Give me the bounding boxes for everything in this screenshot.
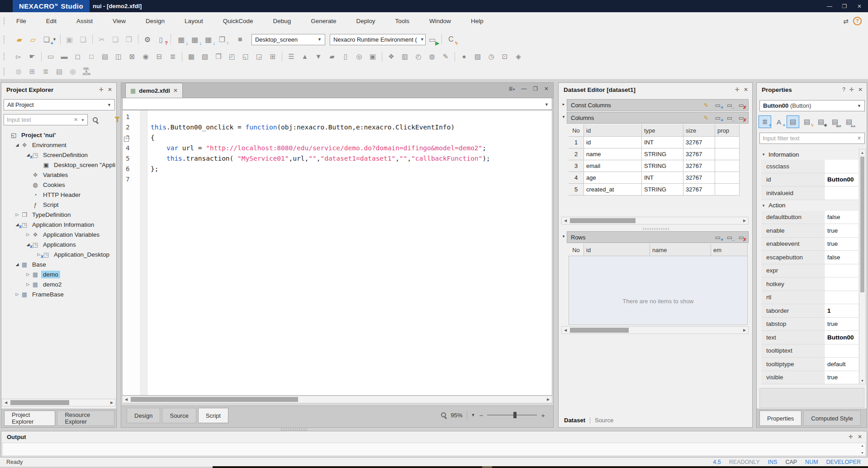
scroll-right-icon[interactable]: ▶: [741, 217, 748, 224]
horizontal-scrollbar[interactable]: ◀ ▶: [122, 396, 552, 403]
property-view-icon[interactable]: ▤: [787, 115, 799, 128]
add-row-icon[interactable]: ▭+: [714, 234, 722, 241]
spin-icon[interactable]: ⊟: [154, 51, 165, 62]
import-module-button[interactable]: ▦↓: [189, 33, 201, 45]
runtime-combo[interactable]: Nexacro Runtime Environment (▼: [330, 34, 426, 45]
menu-edit[interactable]: Edit: [45, 18, 57, 24]
menu-view[interactable]: View: [112, 18, 127, 24]
insert-row-icon[interactable]: ▭→: [726, 101, 734, 109]
grid-cell[interactable]: [715, 148, 740, 160]
zoom-level[interactable]: 95%: [451, 412, 463, 419]
clear-search-icon[interactable]: ✕: [74, 117, 78, 123]
property-value[interactable]: [824, 277, 859, 291]
zoom-in-icon[interactable]: +: [541, 411, 545, 419]
grid-cell[interactable]: 1: [569, 137, 584, 148]
webbrowser-icon[interactable]: ◍: [427, 51, 437, 62]
fileupload-icon[interactable]: ▲: [299, 51, 310, 62]
screen-type-combo[interactable]: Desktop_screen▼: [251, 34, 325, 45]
delete-row-icon[interactable]: ▭✗: [737, 101, 745, 109]
property-value[interactable]: false: [824, 251, 859, 264]
expander-closed-icon[interactable]: ▷: [25, 282, 31, 287]
tree-item-cookies[interactable]: ◍Cookies: [1, 180, 115, 190]
grid-cell[interactable]: STRING: [642, 184, 683, 196]
maximize-icon[interactable]: ❐: [838, 0, 851, 12]
layout-switch-icon[interactable]: ⇄: [843, 18, 849, 25]
scroll-left-icon[interactable]: ◀: [562, 217, 569, 224]
sketch-icon[interactable]: ✎: [440, 51, 451, 62]
tree-item-base[interactable]: ◢▦Base: [1, 259, 115, 269]
search-icon[interactable]: [92, 117, 99, 123]
add-row-icon[interactable]: ▭+: [714, 114, 722, 121]
scroll-up-icon[interactable]: ▲: [859, 149, 865, 156]
data-source-icon[interactable]: ≣: [40, 66, 51, 77]
tab-script[interactable]: Script: [198, 408, 228, 423]
zoom-dropdown-icon[interactable]: ▼: [471, 413, 475, 417]
menubar-icon[interactable]: ☰: [286, 51, 297, 62]
stop-button[interactable]: ■: [234, 33, 246, 45]
vertical-scrollbar[interactable]: ▲ ▼: [859, 149, 866, 384]
scroll-right-icon[interactable]: ▶: [741, 327, 748, 334]
toolbar-grip[interactable]: [3, 67, 5, 76]
popupdiv-icon[interactable]: ◲: [254, 51, 265, 62]
expander-closed-icon[interactable]: ▷: [25, 232, 31, 237]
div-icon[interactable]: ◱: [240, 51, 251, 62]
open-project-button[interactable]: ▰: [14, 33, 25, 45]
paste-button[interactable]: ❐: [123, 33, 135, 45]
tree-item-desktop-screen-applicati[interactable]: ▣Desktop_screen "Applicati: [1, 160, 115, 170]
new-file-button[interactable]: ❏+: [41, 33, 52, 45]
camera-icon[interactable]: ●: [459, 51, 470, 62]
key-edit-icon[interactable]: ✎: [702, 114, 710, 121]
radio-icon[interactable]: ◉: [140, 51, 151, 62]
select-arrow-icon[interactable]: ▻: [13, 51, 24, 62]
project-scope-select[interactable]: All Project▼: [4, 99, 115, 110]
menu-tools[interactable]: Tools: [394, 18, 411, 24]
popupmenu-icon[interactable]: ▨: [472, 51, 483, 62]
grid-cell[interactable]: 32767: [683, 137, 715, 148]
tree-icon[interactable]: ❖: [386, 51, 397, 62]
plugin-icon[interactable]: ◈: [513, 51, 524, 62]
grid-cell[interactable]: 32767: [683, 172, 715, 184]
tab-computed-style[interactable]: Computed Style: [803, 411, 861, 426]
property-value[interactable]: [824, 344, 859, 358]
code-line[interactable]: var url = "http://localhost:8080/edu/ser…: [151, 144, 486, 155]
scroll-down-icon[interactable]: ▼: [859, 377, 865, 384]
image-tool-icon[interactable]: ◍: [13, 66, 24, 77]
property-value[interactable]: true: [824, 371, 859, 385]
tab-source[interactable]: Source: [595, 417, 613, 424]
tab-icon[interactable]: ◰: [227, 51, 237, 62]
tree-item-application-desktop[interactable]: ▷◳xApplication_Desktop: [1, 249, 115, 259]
toolbar-grip[interactable]: [3, 17, 5, 25]
output-content[interactable]: ▲ ▼: [2, 443, 866, 456]
textarea-icon[interactable]: ▤: [100, 51, 110, 62]
rows-section[interactable]: Rows ▭+▭→▭✗: [567, 231, 749, 243]
export-button[interactable]: ❐↑: [216, 33, 228, 45]
grid-cell[interactable]: 3: [569, 160, 584, 172]
minimize-doc-icon[interactable]: —: [521, 86, 526, 92]
maskedit-icon[interactable]: □: [86, 51, 97, 62]
tab-design[interactable]: Design: [127, 408, 160, 423]
property-group-information[interactable]: ▾Information: [759, 149, 859, 160]
columns-section[interactable]: Columns ✎▭+▭→▭✗: [567, 112, 749, 124]
property-value[interactable]: Button00: [824, 173, 859, 187]
help-doc-button[interactable]: ▯?: [155, 33, 167, 45]
scroll-up-icon[interactable]: ▲: [861, 444, 864, 447]
find-in-object-icon[interactable]: ◎: [67, 66, 78, 77]
filedownload-icon[interactable]: ▼: [313, 51, 324, 62]
help-icon[interactable]: ?: [842, 86, 845, 93]
property-value[interactable]: false: [824, 211, 859, 224]
code-line[interactable]: {: [151, 134, 155, 144]
tree-item-environment[interactable]: ◢❖Environment: [1, 140, 115, 150]
toolbar-grip[interactable]: [3, 53, 5, 61]
groupbox-icon[interactable]: ▣: [367, 51, 378, 62]
panel-view-icon[interactable]: ▤: [54, 66, 65, 77]
expander-open-icon[interactable]: ◢: [14, 143, 20, 147]
static-icon[interactable]: ▭: [45, 51, 56, 62]
grid-cell[interactable]: [715, 172, 740, 184]
tab-project-explorer[interactable]: Project Explorer: [4, 411, 55, 426]
code-line[interactable]: };: [151, 165, 158, 176]
tree-item-variables[interactable]: ❖Variables: [1, 170, 115, 180]
open-file-button[interactable]: ▱: [27, 33, 39, 45]
restore-doc-icon[interactable]: ❐: [533, 86, 538, 92]
grid-cell[interactable]: 2: [569, 148, 584, 160]
scroll-right-icon[interactable]: ▶: [108, 399, 115, 406]
